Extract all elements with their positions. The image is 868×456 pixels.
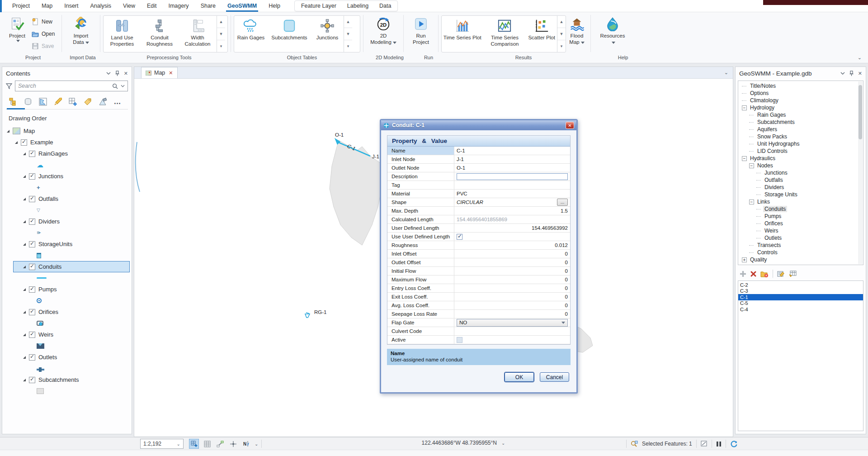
width-calculation-button[interactable]: Width Calculation xyxy=(179,16,217,52)
tree-item-label[interactable]: Hydraulics xyxy=(749,155,777,162)
menu-tab[interactable]: Help xyxy=(263,0,286,12)
layer-row[interactable]: Junctions xyxy=(2,171,132,182)
layer-symbol[interactable] xyxy=(37,343,44,349)
tree-expander-icon[interactable] xyxy=(742,100,746,101)
tree-expander-icon[interactable] xyxy=(756,216,761,217)
layer-row[interactable]: Pumps xyxy=(2,284,132,295)
expand-arrow-icon[interactable] xyxy=(23,152,26,155)
layer-symbol[interactable] xyxy=(37,369,44,370)
tree-item-label[interactable]: Junctions xyxy=(763,170,789,176)
tree-item[interactable]: − Nodes xyxy=(738,162,863,169)
conduit-list-item[interactable]: C-4 xyxy=(738,306,863,313)
rain-gages-table-button[interactable]: Rain Gages xyxy=(234,16,268,52)
land-use-properties-button[interactable]: Land Use Properties xyxy=(104,16,141,52)
layer-symbol[interactable] xyxy=(37,253,41,258)
scatter-plot-button[interactable]: Scatter Plot xyxy=(526,16,557,52)
tree-item-label[interactable]: Hydrology xyxy=(749,104,776,111)
search-input[interactable]: Search xyxy=(15,81,128,91)
expand-arrow-icon[interactable] xyxy=(23,220,26,223)
menu-tab[interactable]: Map xyxy=(36,0,58,12)
tree-item-label[interactable]: Outlets xyxy=(763,235,783,241)
layer-row[interactable]: Subcatchments xyxy=(2,374,132,385)
property-value[interactable]: 1.5 xyxy=(561,208,568,214)
tree-item-label[interactable]: Snow Packs xyxy=(756,133,788,140)
layer-visibility-checkbox[interactable] xyxy=(29,264,35,270)
tree-item-label[interactable]: Conduits xyxy=(763,206,787,212)
layer-symbol[interactable] xyxy=(37,277,47,279)
tree-item[interactable]: Aquifers xyxy=(738,126,863,133)
tree-expander-icon[interactable] xyxy=(749,129,754,130)
property-value[interactable]: PVC xyxy=(457,191,467,196)
layer-row[interactable]: Conduits xyxy=(2,261,132,272)
list-by-labeling-button[interactable] xyxy=(82,97,93,107)
list-by-editing-button[interactable] xyxy=(52,97,63,107)
layer-label[interactable]: Outfalls xyxy=(38,195,58,202)
tree-item[interactable]: Transects xyxy=(738,242,863,249)
layer-visibility-checkbox[interactable] xyxy=(29,332,35,338)
expand-arrow-icon[interactable] xyxy=(23,311,26,314)
tree-item[interactable]: Options xyxy=(738,90,863,97)
property-value[interactable]: 0 xyxy=(565,277,568,282)
dialog-close-button[interactable]: ✕ xyxy=(566,122,574,129)
tree-item[interactable]: Pumps xyxy=(738,213,863,220)
property-value[interactable]: O-1 xyxy=(457,165,465,171)
tree-item-label[interactable]: Transects xyxy=(756,242,782,248)
filter-icon[interactable] xyxy=(6,83,12,89)
tree-item-label[interactable]: Climatology xyxy=(749,97,780,104)
tree-expander-icon[interactable]: − xyxy=(749,163,754,168)
coordinates-display[interactable]: 122.4463686°W 48.7395955°N⌄ xyxy=(389,440,538,446)
contextual-tab[interactable]: Labeling xyxy=(342,1,374,11)
tree-item[interactable]: LID Controls xyxy=(738,147,863,155)
tree-item[interactable]: Weirs xyxy=(738,227,863,234)
project-button[interactable]: Project xyxy=(5,15,29,45)
tree-item[interactable]: Controls xyxy=(738,249,863,256)
layer-label[interactable]: StorageUnits xyxy=(38,241,72,247)
layer-label[interactable]: Example xyxy=(30,139,53,146)
value-checkbox[interactable] xyxy=(457,234,462,240)
property-value[interactable]: J-1 xyxy=(457,157,464,162)
layer-label[interactable]: Junctions xyxy=(38,173,63,180)
tree-item-label[interactable]: Pumps xyxy=(763,213,783,219)
open-attribute-table-button[interactable] xyxy=(789,271,797,277)
property-value[interactable]: 0 xyxy=(565,268,568,274)
conduit-roughness-button[interactable]: Conduit Roughness xyxy=(141,16,179,52)
layer-visibility-checkbox[interactable] xyxy=(29,241,35,247)
tree-item-label[interactable]: Subcatchments xyxy=(756,119,796,125)
layer-symbol[interactable] xyxy=(37,321,43,326)
refresh-button[interactable] xyxy=(730,441,737,447)
tree-item-label[interactable]: LID Controls xyxy=(756,148,789,154)
list-by-drawing-order-button[interactable] xyxy=(8,97,19,107)
layer-row[interactable]: Outlets xyxy=(2,352,132,363)
edit-properties-button[interactable] xyxy=(777,271,785,277)
layer-row[interactable] xyxy=(2,182,132,193)
tree-item[interactable]: Orifices xyxy=(738,220,863,227)
value-checkbox[interactable] xyxy=(457,337,462,343)
layer-visibility-checkbox[interactable] xyxy=(29,173,35,180)
property-value[interactable]: 0 xyxy=(565,251,568,256)
selection-magnifier-icon[interactable] xyxy=(631,441,638,447)
grid-button[interactable] xyxy=(202,439,212,449)
selected-features-count[interactable]: Selected Features: 1 xyxy=(642,441,692,447)
tab-list-chevron-icon[interactable]: ⌄ xyxy=(724,70,728,76)
tree-item[interactable]: + Quality xyxy=(738,256,863,263)
tree-item[interactable]: Storage Units xyxy=(738,191,863,198)
property-value[interactable]: 0 xyxy=(565,294,568,299)
tree-expander-icon[interactable] xyxy=(756,209,761,209)
tree-item-label[interactable]: Unit Hydrographs xyxy=(756,141,801,147)
expand-arrow-icon[interactable] xyxy=(23,333,26,336)
tree-expander-icon[interactable] xyxy=(756,238,761,238)
tree-item-label[interactable]: Nodes xyxy=(756,162,774,169)
layer-row[interactable] xyxy=(2,340,132,352)
tree-expander-icon[interactable]: − xyxy=(742,156,747,161)
gallery-scroll[interactable]: ▲▼▾ xyxy=(557,16,566,52)
resources-button[interactable]: Resources xyxy=(597,15,628,48)
tree-item-label[interactable]: Options xyxy=(749,90,770,96)
expand-arrow-icon[interactable] xyxy=(23,243,26,246)
toolbar-more-icon[interactable]: … xyxy=(112,97,123,107)
pin-icon[interactable] xyxy=(115,71,119,76)
layer-label[interactable]: RainGages xyxy=(38,150,68,157)
close-icon[interactable]: ✕ xyxy=(858,71,862,76)
layer-label[interactable]: Outlets xyxy=(38,354,57,361)
tree-item-label[interactable]: Weirs xyxy=(763,228,779,234)
snapping-button[interactable] xyxy=(228,439,238,449)
